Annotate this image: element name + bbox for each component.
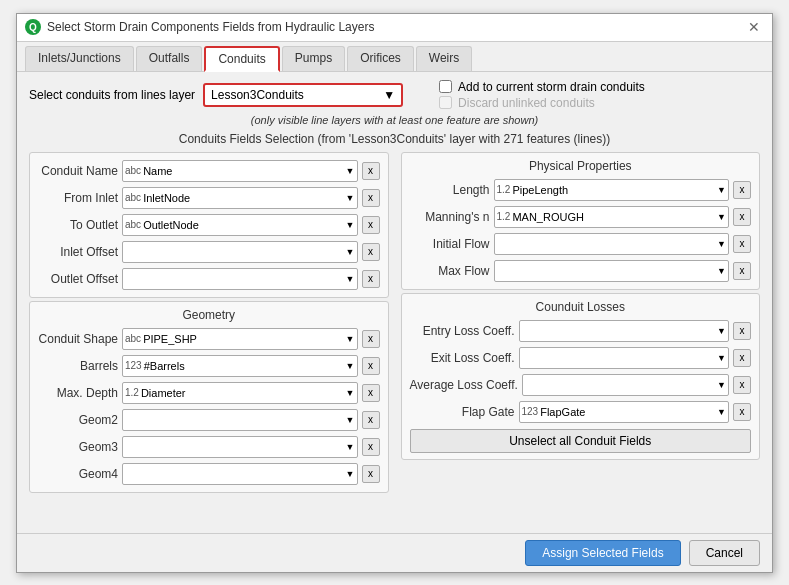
tab-pumps[interactable]: Pumps <box>282 46 345 71</box>
entry-loss-arrow: ▼ <box>717 326 726 336</box>
geometry-group-title: Geometry <box>38 308 380 322</box>
to-outlet-label: To Outlet <box>38 218 118 232</box>
barrels-arrow: ▼ <box>346 361 355 371</box>
geom3-row: Geom3 ▼ x <box>38 435 380 459</box>
avg-loss-clear[interactable]: x <box>733 376 751 394</box>
initial-flow-select[interactable]: ▼ <box>494 233 730 255</box>
inlet-offset-clear[interactable]: x <box>362 243 380 261</box>
mannings-value: MAN_ROUGH <box>512 211 717 223</box>
exit-loss-clear[interactable]: x <box>733 349 751 367</box>
from-inlet-clear[interactable]: x <box>362 189 380 207</box>
app-icon: Q <box>25 19 41 35</box>
geom2-clear[interactable]: x <box>362 411 380 429</box>
geom4-clear[interactable]: x <box>362 465 380 483</box>
max-flow-label: Max Flow <box>410 264 490 278</box>
assign-button[interactable]: Assign Selected Fields <box>525 540 680 566</box>
flap-gate-clear[interactable]: x <box>733 403 751 421</box>
geometry-group: Geometry Conduit Shape abc PIPE_SHP ▼ x … <box>29 301 389 493</box>
close-button[interactable]: ✕ <box>744 17 764 37</box>
max-depth-label: Max. Depth <box>38 386 118 400</box>
exit-loss-select[interactable]: ▼ <box>519 347 730 369</box>
avg-loss-label: Average Loss Coeff. <box>410 378 518 392</box>
conduit-shape-arrow: ▼ <box>346 334 355 344</box>
layer-select-dropdown[interactable]: Lesson3Conduits ▼ <box>203 83 403 107</box>
outlet-offset-label: Outlet Offset <box>38 272 118 286</box>
tab-weirs[interactable]: Weirs <box>416 46 472 71</box>
left-panel: Conduit Name abc Name ▼ x From Inlet abc… <box>29 152 389 525</box>
geom3-select[interactable]: ▼ <box>122 436 358 458</box>
barrels-badge: 123 <box>125 360 142 371</box>
tab-conduits[interactable]: Conduits <box>204 46 279 72</box>
geom4-select[interactable]: ▼ <box>122 463 358 485</box>
max-flow-arrow: ▼ <box>717 266 726 276</box>
unselect-button[interactable]: Unselect all Conduit Fields <box>410 429 752 453</box>
inlet-offset-row: Inlet Offset ▼ x <box>38 240 380 264</box>
length-row: Length 1.2 PipeLength ▼ x <box>410 178 752 202</box>
geom2-arrow: ▼ <box>346 415 355 425</box>
physical-properties-group: Physical Properties Length 1.2 PipeLengt… <box>401 152 761 290</box>
add-to-current-row: Add to current storm drain conduits <box>439 80 645 94</box>
title-bar-left: Q Select Storm Drain Components Fields f… <box>25 19 374 35</box>
from-inlet-label: From Inlet <box>38 191 118 205</box>
conduit-shape-clear[interactable]: x <box>362 330 380 348</box>
geom4-arrow: ▼ <box>346 469 355 479</box>
layer-dropdown-arrow: ▼ <box>383 88 395 102</box>
max-flow-select[interactable]: ▼ <box>494 260 730 282</box>
flap-gate-arrow: ▼ <box>717 407 726 417</box>
initial-flow-clear[interactable]: x <box>733 235 751 253</box>
geom3-clear[interactable]: x <box>362 438 380 456</box>
conduit-name-select[interactable]: abc Name ▼ <box>122 160 358 182</box>
conduit-shape-row: Conduit Shape abc PIPE_SHP ▼ x <box>38 327 380 351</box>
tab-outfalls[interactable]: Outfalls <box>136 46 203 71</box>
conduit-losses-title: Counduit Losses <box>410 300 752 314</box>
entry-loss-row: Entry Loss Coeff. ▼ x <box>410 319 752 343</box>
max-depth-clear[interactable]: x <box>362 384 380 402</box>
conduit-shape-label: Conduit Shape <box>38 332 118 346</box>
outlet-offset-select[interactable]: ▼ <box>122 268 358 290</box>
geom2-row: Geom2 ▼ x <box>38 408 380 432</box>
avg-loss-select[interactable]: ▼ <box>522 374 729 396</box>
barrels-clear[interactable]: x <box>362 357 380 375</box>
max-depth-arrow: ▼ <box>346 388 355 398</box>
mannings-badge: 1.2 <box>497 211 511 222</box>
length-select[interactable]: 1.2 PipeLength ▼ <box>494 179 730 201</box>
tabs-bar: Inlets/Junctions Outfalls Conduits Pumps… <box>17 42 772 72</box>
conduit-shape-select[interactable]: abc PIPE_SHP ▼ <box>122 328 358 350</box>
cancel-button[interactable]: Cancel <box>689 540 760 566</box>
mannings-clear[interactable]: x <box>733 208 751 226</box>
barrels-select[interactable]: 123 #Barrels ▼ <box>122 355 358 377</box>
from-inlet-value: InletNode <box>143 192 345 204</box>
to-outlet-select[interactable]: abc OutletNode ▼ <box>122 214 358 236</box>
flap-gate-select[interactable]: 123 FlapGate ▼ <box>519 401 730 423</box>
tab-orifices[interactable]: Orifices <box>347 46 414 71</box>
tab-inlets[interactable]: Inlets/Junctions <box>25 46 134 71</box>
to-outlet-value: OutletNode <box>143 219 345 231</box>
length-label: Length <box>410 183 490 197</box>
entry-loss-clear[interactable]: x <box>733 322 751 340</box>
geom2-select[interactable]: ▼ <box>122 409 358 431</box>
length-clear[interactable]: x <box>733 181 751 199</box>
conduit-losses-group: Counduit Losses Entry Loss Coeff. ▼ x Ex… <box>401 293 761 460</box>
conduit-name-value: Name <box>143 165 345 177</box>
discard-unlinked-label: Discard unlinked conduits <box>458 96 595 110</box>
discard-unlinked-checkbox[interactable] <box>439 96 452 109</box>
inlet-offset-select[interactable]: ▼ <box>122 241 358 263</box>
from-inlet-arrow: ▼ <box>346 193 355 203</box>
layer-select-value: Lesson3Conduits <box>211 88 304 102</box>
outlet-offset-clear[interactable]: x <box>362 270 380 288</box>
to-outlet-clear[interactable]: x <box>362 216 380 234</box>
max-flow-clear[interactable]: x <box>733 262 751 280</box>
entry-loss-select[interactable]: ▼ <box>519 320 730 342</box>
max-depth-row: Max. Depth 1.2 Diameter ▼ x <box>38 381 380 405</box>
mannings-select[interactable]: 1.2 MAN_ROUGH ▼ <box>494 206 730 228</box>
from-inlet-select[interactable]: abc InletNode ▼ <box>122 187 358 209</box>
window-title: Select Storm Drain Components Fields fro… <box>47 20 374 34</box>
main-window: Q Select Storm Drain Components Fields f… <box>16 13 773 573</box>
layer-label: Select conduits from lines layer <box>29 88 195 102</box>
inlet-offset-arrow: ▼ <box>346 247 355 257</box>
conduit-name-clear[interactable]: x <box>362 162 380 180</box>
max-depth-select[interactable]: 1.2 Diameter ▼ <box>122 382 358 404</box>
bottom-bar: Assign Selected Fields Cancel <box>17 533 772 572</box>
add-to-current-checkbox[interactable] <box>439 80 452 93</box>
geom4-row: Geom4 ▼ x <box>38 462 380 486</box>
